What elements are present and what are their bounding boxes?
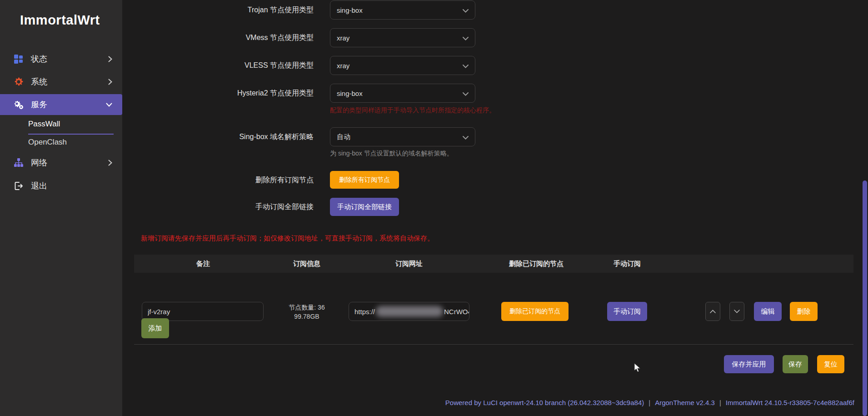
sidebar-item-label: 退出: [31, 180, 47, 191]
select-value: sing-box: [337, 6, 363, 14]
subscription-info: 节点数量: 36 99.78GB: [270, 303, 343, 321]
chevron-up-icon: [710, 310, 716, 313]
move-down-button[interactable]: [729, 302, 744, 321]
section-divider: [134, 344, 853, 345]
save-button[interactable]: 保存: [783, 355, 808, 373]
hysteria2-type-select[interactable]: sing-box: [330, 84, 475, 103]
delete-row-button[interactable]: 删除: [790, 302, 818, 321]
sidebar-item-label: 网络: [31, 157, 47, 168]
url-prefix: https://: [354, 308, 375, 316]
sidebar-item-network[interactable]: 网络: [0, 152, 122, 173]
manual-subscribe-button[interactable]: 手动订阅: [607, 302, 647, 321]
field-label-delete-all: 删除所有订阅节点: [136, 171, 314, 189]
field-label-hysteria2: Hysteria2 节点使用类型: [136, 84, 314, 103]
firmware-version-link[interactable]: ImmortalWrt 24.10.5-r33805-7c4e882aaf6f: [726, 399, 854, 406]
dashboard-grid-icon: [12, 54, 25, 64]
subscription-warning: 新增订阅请先保存并应用后再手动订阅；如仅修改订阅地址，可直接手动订阅，系统将自动…: [141, 234, 434, 243]
chevron-down-icon: [463, 34, 469, 42]
col-header-remark: 备注: [153, 255, 253, 273]
subscription-url-input[interactable]: https:// NCrWO4: [349, 302, 469, 321]
mouse-cursor: [634, 363, 643, 375]
singbox-dns-desc: 为 sing-box 节点设置默认的域名解析策略。: [330, 150, 453, 158]
field-label-manual-all: 手动订阅全部链接: [136, 198, 314, 216]
col-header-url: 订阅网址: [359, 255, 459, 273]
trojan-type-select[interactable]: sing-box: [330, 0, 475, 20]
hysteria2-note: 配置的类型同样适用于手动导入节点时所指定的核心程序。: [330, 106, 495, 115]
chevron-right-icon: [108, 160, 112, 166]
network-sitemap-icon: [12, 158, 25, 168]
subscription-table: 备注 订阅信息 订阅网址 删除已订阅的节点 手动订阅 节点数量: 36 99.7…: [134, 255, 853, 325]
footer: Powered by LuCI openwrt-24.10 branch (26…: [122, 399, 868, 406]
table-header-row: 备注 订阅信息 订阅网址 删除已订阅的节点 手动订阅: [134, 255, 853, 273]
sidebar-item-label: 服务: [31, 99, 47, 110]
luci-link[interactable]: Powered by LuCI openwrt-24.10 branch (26…: [445, 399, 644, 406]
field-label-singbox-dns: Sing-box 域名解析策略: [136, 127, 314, 146]
sidebar-subitem-openclash[interactable]: OpenClash: [28, 138, 67, 147]
vless-type-select[interactable]: xray: [330, 56, 475, 75]
select-value: xray: [337, 34, 349, 42]
table-row: 节点数量: 36 99.78GB https:// NCrWO4 删除已订阅的节…: [134, 273, 853, 325]
url-suffix: NCrWO4: [444, 308, 469, 316]
sidebar-item-system[interactable]: 系统: [0, 71, 122, 92]
gears-icon: [12, 99, 25, 110]
chevron-down-icon: [463, 133, 469, 141]
col-header-delete-nodes: 删除已订阅的节点: [486, 255, 586, 273]
col-header-manual-sub: 手动订阅: [577, 255, 677, 273]
select-value: xray: [337, 62, 349, 70]
chevron-down-icon: [463, 6, 469, 14]
chevron-right-icon: [108, 56, 112, 62]
traffic-total: 99.78GB: [270, 312, 343, 321]
sidebar: ImmortalWrt 状态 系统 服务: [0, 0, 122, 416]
footer-separator: |: [719, 399, 721, 406]
delete-subscribed-nodes-button[interactable]: 删除已订阅的节点: [501, 302, 569, 321]
field-label-vmess: VMess 节点使用类型: [136, 28, 314, 47]
add-button[interactable]: 添加: [141, 318, 169, 338]
argon-theme-link[interactable]: ArgonTheme v2.4.3: [655, 399, 715, 406]
redacted-url-blur: [376, 306, 443, 317]
reset-button[interactable]: 复位: [817, 355, 844, 373]
vertical-scrollbar-thumb[interactable]: [863, 180, 867, 416]
manual-subscribe-all-button[interactable]: 手动订阅全部链接: [330, 198, 399, 216]
select-value: 自动: [337, 133, 350, 141]
node-count: 节点数量: 36: [270, 303, 343, 312]
passwall-active-underline: [28, 134, 114, 135]
save-apply-button[interactable]: 保存并应用: [724, 355, 774, 373]
sidebar-item-label: 系统: [31, 76, 47, 87]
field-label-vless: VLESS 节点使用类型: [136, 56, 314, 75]
footer-separator: |: [649, 399, 650, 406]
logout-icon: [12, 181, 25, 191]
col-header-info: 订阅信息: [257, 255, 357, 273]
chevron-down-icon: [106, 103, 112, 107]
sidebar-subitem-passwall[interactable]: PassWall: [28, 120, 60, 129]
immortalwrt-passwall-page: ImmortalWrt 状态 系统 服务: [0, 0, 868, 416]
select-value: sing-box: [337, 90, 363, 97]
sidebar-item-logout[interactable]: 退出: [0, 175, 122, 196]
chevron-down-icon: [734, 310, 740, 313]
sidebar-item-label: 状态: [31, 54, 47, 65]
sidebar-item-services[interactable]: 服务: [0, 94, 122, 115]
chevron-down-icon: [463, 62, 469, 70]
sidebar-item-status[interactable]: 状态: [0, 49, 122, 70]
vmess-type-select[interactable]: xray: [330, 28, 475, 47]
app-logo: ImmortalWrt: [20, 13, 100, 28]
edit-button[interactable]: 编辑: [754, 302, 782, 321]
chevron-right-icon: [108, 79, 112, 85]
gear-icon: [12, 77, 25, 87]
chevron-down-icon: [463, 90, 469, 97]
singbox-dns-select[interactable]: 自动: [330, 127, 475, 146]
delete-all-subscriptions-button[interactable]: 删除所有订阅节点: [330, 171, 399, 189]
move-up-button[interactable]: [705, 302, 720, 321]
field-label-trojan: Trojan 节点使用类型: [136, 0, 314, 20]
